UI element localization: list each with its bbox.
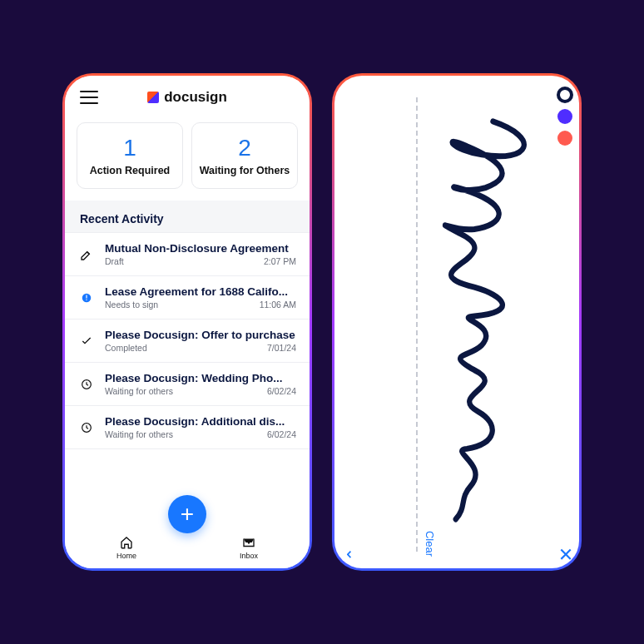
color-palette (557, 87, 572, 146)
color-swatch-black[interactable] (557, 87, 572, 102)
tile-count: 1 (84, 135, 176, 161)
item-title: Please Docusign: Offer to purchase (105, 329, 296, 341)
item-status: Waiting for others (105, 429, 173, 439)
home-icon (119, 535, 134, 550)
tile-waiting[interactable]: 2 Waiting for Others (191, 122, 298, 189)
clear-button[interactable]: Clear (424, 531, 436, 557)
signature-canvas[interactable]: ✕ Clear ⌄ (334, 76, 579, 568)
list-item[interactable]: Please Docusign: Additional dis... Waiti… (65, 406, 310, 449)
chevron-down-icon[interactable]: ⌄ (343, 547, 363, 562)
pencil-icon (78, 246, 95, 263)
item-status: Draft (105, 256, 124, 266)
alert-icon (78, 290, 95, 306)
item-title: Please Docusign: Additional dis... (105, 415, 296, 428)
screen: ✕ Clear ⌄ (334, 76, 579, 568)
item-status: Completed (105, 343, 147, 353)
color-swatch-blue[interactable] (557, 109, 572, 124)
list-item[interactable]: Please Docusign: Offer to purchase Compl… (65, 320, 310, 363)
signature-baseline (416, 97, 418, 552)
tab-label: Home (116, 552, 136, 560)
inbox-icon (241, 535, 256, 550)
docusign-icon (147, 92, 159, 103)
item-title: Please Docusign: Wedding Pho... (105, 372, 296, 384)
clock-icon (78, 419, 95, 436)
close-icon[interactable]: ✕ (554, 547, 576, 562)
signature-stroke (426, 109, 537, 523)
brand-logo: docusign (147, 89, 227, 106)
brand-name: docusign (164, 89, 227, 106)
tab-inbox[interactable]: Inbox (240, 535, 258, 560)
tile-count: 2 (199, 135, 290, 161)
item-status: Waiting for others (105, 386, 173, 396)
menu-icon[interactable] (80, 91, 98, 104)
list-item[interactable]: Please Docusign: Wedding Pho... Waiting … (65, 363, 310, 406)
tile-label: Waiting for Others (199, 165, 290, 176)
item-time: 2:07 PM (264, 256, 296, 266)
phone-signature: ✕ Clear ⌄ (332, 73, 582, 571)
svg-rect-1 (86, 295, 87, 298)
app-header: docusign (65, 76, 310, 114)
check-icon (78, 333, 95, 349)
item-title: Lease Agreement for 1688 Califo... (105, 285, 296, 298)
summary-tiles: 1 Action Required 2 Waiting for Others (65, 114, 310, 201)
item-time: 6/02/24 (267, 386, 296, 396)
bottom-nav: + Home Inbox (65, 507, 310, 568)
item-time: 11:06 AM (260, 300, 296, 310)
tab-home[interactable]: Home (116, 535, 136, 560)
compose-button[interactable]: + (168, 495, 206, 533)
tile-label: Action Required (84, 165, 176, 176)
section-title: Recent Activity (65, 201, 310, 232)
phone-inbox: docusign 1 Action Required 2 Waiting for… (62, 73, 312, 571)
item-time: 7/01/24 (267, 343, 296, 353)
tab-label: Inbox (240, 552, 258, 560)
clock-icon (78, 376, 95, 393)
item-title: Mutual Non-Disclosure Agreement (105, 242, 296, 255)
tile-action-required[interactable]: 1 Action Required (77, 122, 183, 189)
svg-rect-2 (86, 299, 87, 300)
list-item[interactable]: Lease Agreement for 1688 Califo... Needs… (65, 276, 310, 320)
activity-list: Mutual Non-Disclosure Agreement Draft2:0… (65, 232, 310, 507)
color-swatch-red[interactable] (557, 131, 572, 146)
list-item[interactable]: Mutual Non-Disclosure Agreement Draft2:0… (65, 233, 310, 276)
item-time: 6/02/24 (267, 429, 296, 439)
item-status: Needs to sign (105, 300, 158, 310)
screen: docusign 1 Action Required 2 Waiting for… (65, 76, 310, 568)
